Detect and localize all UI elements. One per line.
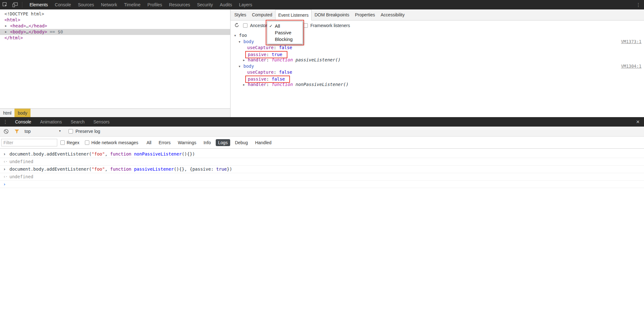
inspect-element-icon[interactable] [0, 0, 10, 9]
code-token: function [110, 151, 131, 156]
chevron-right-icon[interactable]: ▶ [243, 57, 245, 64]
source-link[interactable]: VM1373:1 [621, 39, 641, 45]
console-prompt-row[interactable]: › [0, 181, 644, 188]
source-link[interactable]: VM1304:1 [621, 63, 641, 70]
breadcrumb-item-html[interactable]: html [0, 109, 14, 117]
dom-tree-row[interactable]: ▶<head>…</head> [0, 23, 230, 29]
console-drawer: ⋮ ConsoleAnimationsSearchSensors × top ▾… [0, 117, 644, 318]
filter-funnel-icon[interactable] [14, 129, 19, 135]
breadcrumb: htmlbody [0, 108, 230, 117]
disclosure-triangle-icon[interactable]: ▶ [5, 29, 7, 35]
node-link[interactable]: body [243, 64, 254, 69]
execution-context-selector[interactable]: top [25, 129, 31, 134]
dom-tree-row[interactable]: </html> [0, 35, 230, 41]
topbar-tab-security[interactable]: Security [193, 0, 216, 9]
topbar-tab-timeline[interactable]: Timeline [120, 0, 144, 9]
dom-tree-row[interactable]: <!DOCTYPE html> [0, 11, 230, 17]
chevron-down-icon[interactable]: ▾ [59, 129, 61, 133]
dom-tree-row[interactable]: <html> [0, 17, 230, 23]
topbar-tab-profiles[interactable]: Profiles [144, 0, 166, 9]
clear-console-icon[interactable] [3, 129, 9, 135]
function-name: nonPassiveListener() [296, 82, 349, 87]
drawer-menu-icon[interactable]: ⋮ [0, 119, 11, 125]
console-level-filters: AllErrorsWarningsInfoLogsDebugHandled [144, 139, 276, 146]
code-token: nonPassiveListener [134, 151, 182, 156]
sidebar-tab-event-listeners[interactable]: Event Listeners [275, 9, 312, 20]
console-result-icon: ‹· [3, 173, 7, 180]
preserve-log-label[interactable]: Preserve log [75, 129, 100, 134]
console-messages: ›document.body.addEventListener("foo", f… [0, 149, 644, 188]
framework-listeners-label[interactable]: Framework listeners [310, 23, 350, 28]
sidebar-tab-accessibility[interactable]: Accessibility [378, 9, 408, 20]
close-drawer-icon[interactable]: × [636, 118, 640, 125]
tag-text: </html> [4, 35, 23, 40]
console-prompt-icon: › [3, 181, 6, 188]
code-token: passiveListener [134, 167, 174, 172]
topbar-tab-sources[interactable]: Sources [75, 0, 97, 9]
disclosure-triangle-icon[interactable]: ▶ [5, 23, 7, 29]
hide-network-checkbox[interactable] [85, 140, 89, 145]
chevron-right-icon[interactable]: ▶ [243, 82, 245, 88]
console-level-all[interactable]: All [144, 139, 154, 146]
breadcrumb-item-body[interactable]: body [14, 109, 30, 117]
regex-label[interactable]: Regex [67, 140, 79, 145]
open-tag: <head> [10, 23, 26, 28]
console-level-info[interactable]: Info [201, 139, 213, 146]
device-toolbar-icon[interactable] [10, 0, 20, 9]
menu-item-passive[interactable]: Passive [267, 29, 303, 36]
menu-item-label: Blocking [275, 37, 293, 42]
topbar-tab-resources[interactable]: Resources [166, 0, 194, 9]
drawer-tab-sensors[interactable]: Sensors [89, 117, 114, 127]
code-token: , [105, 167, 110, 172]
regex-checkbox[interactable] [60, 140, 65, 145]
annotation-highlight: passive: false [245, 76, 290, 83]
drawer-tab-search[interactable]: Search [66, 117, 89, 127]
topbar-tab-layers[interactable]: Layers [236, 0, 256, 9]
console-level-handled[interactable]: Handled [253, 139, 274, 146]
ancestors-checkbox[interactable] [243, 23, 247, 28]
tag-text: <html> [4, 17, 20, 22]
framework-listeners-checkbox[interactable] [303, 23, 308, 28]
drawer-tab-animations[interactable]: Animations [36, 117, 66, 127]
console-level-errors[interactable]: Errors [156, 139, 173, 146]
sidebar-tab-computed[interactable]: Computed [249, 9, 275, 20]
topbar-tab-network[interactable]: Network [97, 0, 120, 9]
close-tag: </body> [29, 29, 47, 34]
event-listeners-pane: Ancestors Framework listeners ✓AllPassiv… [230, 20, 644, 117]
sidebar-tab-properties[interactable]: Properties [352, 9, 378, 20]
topbar-tab-audits[interactable]: Audits [216, 0, 236, 9]
menu-item-blocking[interactable]: Blocking [267, 36, 303, 43]
dom-tree: <!DOCTYPE html><html>▶<head>…</head>▶<bo… [0, 9, 230, 108]
console-level-logs[interactable]: Logs [216, 139, 230, 146]
preserve-log-checkbox[interactable] [69, 129, 73, 133]
filter-input[interactable] [1, 139, 57, 146]
listener-handler-row[interactable]: ▶handler: function nonPassiveListener() [230, 82, 644, 88]
node-link[interactable]: body [243, 39, 254, 44]
console-level-warnings[interactable]: Warnings [175, 139, 199, 146]
drawer-tab-console[interactable]: Console [11, 117, 36, 127]
code-token [131, 167, 134, 172]
collapsed-content: … [26, 29, 29, 34]
topbar-tab-elements[interactable]: Elements [26, 0, 51, 9]
topbar-tab-console[interactable]: Console [51, 0, 74, 9]
more-options-icon[interactable]: ⋮ [636, 2, 641, 8]
topbar-tabs: ElementsConsoleSourcesNetworkTimelinePro… [26, 0, 256, 9]
listener-handler-row[interactable]: ▶handler: function passiveListener() [230, 57, 644, 63]
sidebar-tab-dom-breakpoints[interactable]: DOM Breakpoints [312, 9, 352, 20]
console-command-row[interactable]: ›document.body.addEventListener("foo", f… [0, 166, 644, 173]
devtools-main-toolbar: ElementsConsoleSourcesNetworkTimelinePro… [0, 0, 644, 9]
listener-node-row[interactable]: ▼bodyVM1304:1 [230, 63, 644, 70]
sidebar-tab-styles[interactable]: Styles [231, 9, 249, 20]
chevron-down-icon[interactable]: ▼ [234, 33, 236, 39]
console-level-debug[interactable]: Debug [232, 139, 250, 146]
console-command-row[interactable]: ›document.body.addEventListener("foo", f… [0, 150, 644, 158]
chevron-down-icon[interactable]: ▼ [239, 39, 240, 45]
code-token: (){}) [182, 151, 195, 156]
menu-item-all[interactable]: ✓All [267, 23, 303, 29]
refresh-icon[interactable] [234, 23, 239, 29]
code-token: }) [227, 167, 232, 172]
chevron-down-icon[interactable]: ▼ [239, 64, 240, 70]
dom-tree-row[interactable]: ▶<body>…</body>== $0 [0, 29, 230, 35]
elements-panel: <!DOCTYPE html><html>▶<head>…</head>▶<bo… [0, 9, 230, 117]
hide-network-label[interactable]: Hide network messages [91, 140, 138, 145]
